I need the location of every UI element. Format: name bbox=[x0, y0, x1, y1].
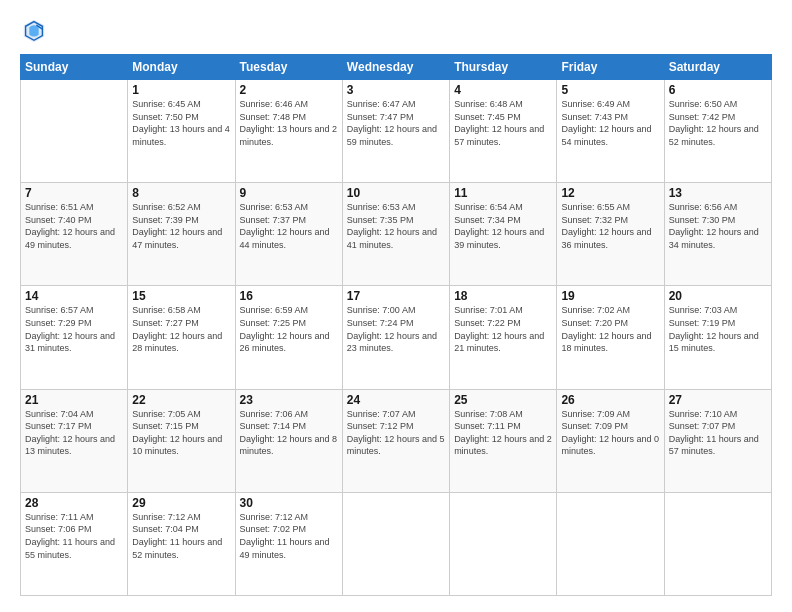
calendar-cell: 29Sunrise: 7:12 AMSunset: 7:04 PMDayligh… bbox=[128, 492, 235, 595]
day-number: 18 bbox=[454, 289, 552, 303]
day-number: 24 bbox=[347, 393, 445, 407]
calendar-cell: 3Sunrise: 6:47 AMSunset: 7:47 PMDaylight… bbox=[342, 80, 449, 183]
day-info: Sunrise: 6:56 AMSunset: 7:30 PMDaylight:… bbox=[669, 201, 767, 251]
calendar-body: 1Sunrise: 6:45 AMSunset: 7:50 PMDaylight… bbox=[21, 80, 772, 596]
day-info: Sunrise: 7:00 AMSunset: 7:24 PMDaylight:… bbox=[347, 304, 445, 354]
calendar-cell: 22Sunrise: 7:05 AMSunset: 7:15 PMDayligh… bbox=[128, 389, 235, 492]
day-number: 25 bbox=[454, 393, 552, 407]
day-info: Sunrise: 7:08 AMSunset: 7:11 PMDaylight:… bbox=[454, 408, 552, 458]
day-info: Sunrise: 7:04 AMSunset: 7:17 PMDaylight:… bbox=[25, 408, 123, 458]
day-number: 12 bbox=[561, 186, 659, 200]
weekday-header: Friday bbox=[557, 55, 664, 80]
calendar-cell: 5Sunrise: 6:49 AMSunset: 7:43 PMDaylight… bbox=[557, 80, 664, 183]
day-info: Sunrise: 6:50 AMSunset: 7:42 PMDaylight:… bbox=[669, 98, 767, 148]
calendar-cell: 2Sunrise: 6:46 AMSunset: 7:48 PMDaylight… bbox=[235, 80, 342, 183]
calendar-cell: 26Sunrise: 7:09 AMSunset: 7:09 PMDayligh… bbox=[557, 389, 664, 492]
day-number: 10 bbox=[347, 186, 445, 200]
weekday-header: Saturday bbox=[664, 55, 771, 80]
day-info: Sunrise: 6:57 AMSunset: 7:29 PMDaylight:… bbox=[25, 304, 123, 354]
day-info: Sunrise: 6:53 AMSunset: 7:35 PMDaylight:… bbox=[347, 201, 445, 251]
calendar-week-row: 28Sunrise: 7:11 AMSunset: 7:06 PMDayligh… bbox=[21, 492, 772, 595]
day-info: Sunrise: 6:45 AMSunset: 7:50 PMDaylight:… bbox=[132, 98, 230, 148]
calendar-cell bbox=[557, 492, 664, 595]
calendar-cell: 27Sunrise: 7:10 AMSunset: 7:07 PMDayligh… bbox=[664, 389, 771, 492]
day-number: 2 bbox=[240, 83, 338, 97]
calendar-week-row: 7Sunrise: 6:51 AMSunset: 7:40 PMDaylight… bbox=[21, 183, 772, 286]
calendar-cell bbox=[342, 492, 449, 595]
day-number: 15 bbox=[132, 289, 230, 303]
day-info: Sunrise: 6:52 AMSunset: 7:39 PMDaylight:… bbox=[132, 201, 230, 251]
day-info: Sunrise: 6:46 AMSunset: 7:48 PMDaylight:… bbox=[240, 98, 338, 148]
page: SundayMondayTuesdayWednesdayThursdayFrid… bbox=[0, 0, 792, 612]
calendar-week-row: 14Sunrise: 6:57 AMSunset: 7:29 PMDayligh… bbox=[21, 286, 772, 389]
day-number: 5 bbox=[561, 83, 659, 97]
day-number: 17 bbox=[347, 289, 445, 303]
calendar-cell: 15Sunrise: 6:58 AMSunset: 7:27 PMDayligh… bbox=[128, 286, 235, 389]
calendar-cell bbox=[450, 492, 557, 595]
day-number: 29 bbox=[132, 496, 230, 510]
calendar-header: SundayMondayTuesdayWednesdayThursdayFrid… bbox=[21, 55, 772, 80]
weekday-header: Tuesday bbox=[235, 55, 342, 80]
day-number: 27 bbox=[669, 393, 767, 407]
calendar-cell: 8Sunrise: 6:52 AMSunset: 7:39 PMDaylight… bbox=[128, 183, 235, 286]
header-row: SundayMondayTuesdayWednesdayThursdayFrid… bbox=[21, 55, 772, 80]
calendar-cell: 7Sunrise: 6:51 AMSunset: 7:40 PMDaylight… bbox=[21, 183, 128, 286]
logo-icon bbox=[20, 16, 48, 44]
header bbox=[20, 16, 772, 44]
day-number: 23 bbox=[240, 393, 338, 407]
calendar-cell: 4Sunrise: 6:48 AMSunset: 7:45 PMDaylight… bbox=[450, 80, 557, 183]
calendar-cell: 18Sunrise: 7:01 AMSunset: 7:22 PMDayligh… bbox=[450, 286, 557, 389]
day-number: 8 bbox=[132, 186, 230, 200]
calendar-cell: 21Sunrise: 7:04 AMSunset: 7:17 PMDayligh… bbox=[21, 389, 128, 492]
calendar-cell: 19Sunrise: 7:02 AMSunset: 7:20 PMDayligh… bbox=[557, 286, 664, 389]
calendar-cell: 11Sunrise: 6:54 AMSunset: 7:34 PMDayligh… bbox=[450, 183, 557, 286]
day-number: 28 bbox=[25, 496, 123, 510]
calendar-cell: 17Sunrise: 7:00 AMSunset: 7:24 PMDayligh… bbox=[342, 286, 449, 389]
calendar-cell: 1Sunrise: 6:45 AMSunset: 7:50 PMDaylight… bbox=[128, 80, 235, 183]
day-info: Sunrise: 6:47 AMSunset: 7:47 PMDaylight:… bbox=[347, 98, 445, 148]
day-info: Sunrise: 6:49 AMSunset: 7:43 PMDaylight:… bbox=[561, 98, 659, 148]
calendar-cell: 9Sunrise: 6:53 AMSunset: 7:37 PMDaylight… bbox=[235, 183, 342, 286]
day-info: Sunrise: 6:51 AMSunset: 7:40 PMDaylight:… bbox=[25, 201, 123, 251]
day-info: Sunrise: 6:53 AMSunset: 7:37 PMDaylight:… bbox=[240, 201, 338, 251]
day-number: 20 bbox=[669, 289, 767, 303]
weekday-header: Wednesday bbox=[342, 55, 449, 80]
weekday-header: Thursday bbox=[450, 55, 557, 80]
calendar-week-row: 21Sunrise: 7:04 AMSunset: 7:17 PMDayligh… bbox=[21, 389, 772, 492]
calendar-cell: 10Sunrise: 6:53 AMSunset: 7:35 PMDayligh… bbox=[342, 183, 449, 286]
day-number: 16 bbox=[240, 289, 338, 303]
day-info: Sunrise: 7:05 AMSunset: 7:15 PMDaylight:… bbox=[132, 408, 230, 458]
day-info: Sunrise: 7:01 AMSunset: 7:22 PMDaylight:… bbox=[454, 304, 552, 354]
day-number: 14 bbox=[25, 289, 123, 303]
calendar-cell: 14Sunrise: 6:57 AMSunset: 7:29 PMDayligh… bbox=[21, 286, 128, 389]
day-number: 21 bbox=[25, 393, 123, 407]
day-info: Sunrise: 7:10 AMSunset: 7:07 PMDaylight:… bbox=[669, 408, 767, 458]
day-number: 13 bbox=[669, 186, 767, 200]
day-number: 6 bbox=[669, 83, 767, 97]
day-number: 30 bbox=[240, 496, 338, 510]
day-number: 3 bbox=[347, 83, 445, 97]
calendar-table: SundayMondayTuesdayWednesdayThursdayFrid… bbox=[20, 54, 772, 596]
day-info: Sunrise: 6:59 AMSunset: 7:25 PMDaylight:… bbox=[240, 304, 338, 354]
weekday-header: Sunday bbox=[21, 55, 128, 80]
day-info: Sunrise: 7:03 AMSunset: 7:19 PMDaylight:… bbox=[669, 304, 767, 354]
day-info: Sunrise: 7:07 AMSunset: 7:12 PMDaylight:… bbox=[347, 408, 445, 458]
day-info: Sunrise: 7:09 AMSunset: 7:09 PMDaylight:… bbox=[561, 408, 659, 458]
day-info: Sunrise: 6:55 AMSunset: 7:32 PMDaylight:… bbox=[561, 201, 659, 251]
calendar-cell: 6Sunrise: 6:50 AMSunset: 7:42 PMDaylight… bbox=[664, 80, 771, 183]
calendar-cell: 28Sunrise: 7:11 AMSunset: 7:06 PMDayligh… bbox=[21, 492, 128, 595]
day-info: Sunrise: 7:06 AMSunset: 7:14 PMDaylight:… bbox=[240, 408, 338, 458]
calendar-cell: 25Sunrise: 7:08 AMSunset: 7:11 PMDayligh… bbox=[450, 389, 557, 492]
calendar-cell: 16Sunrise: 6:59 AMSunset: 7:25 PMDayligh… bbox=[235, 286, 342, 389]
calendar-cell: 24Sunrise: 7:07 AMSunset: 7:12 PMDayligh… bbox=[342, 389, 449, 492]
weekday-header: Monday bbox=[128, 55, 235, 80]
day-number: 26 bbox=[561, 393, 659, 407]
calendar-week-row: 1Sunrise: 6:45 AMSunset: 7:50 PMDaylight… bbox=[21, 80, 772, 183]
calendar-cell: 20Sunrise: 7:03 AMSunset: 7:19 PMDayligh… bbox=[664, 286, 771, 389]
day-number: 4 bbox=[454, 83, 552, 97]
day-info: Sunrise: 7:11 AMSunset: 7:06 PMDaylight:… bbox=[25, 511, 123, 561]
day-number: 7 bbox=[25, 186, 123, 200]
calendar-cell: 12Sunrise: 6:55 AMSunset: 7:32 PMDayligh… bbox=[557, 183, 664, 286]
day-number: 22 bbox=[132, 393, 230, 407]
day-number: 19 bbox=[561, 289, 659, 303]
